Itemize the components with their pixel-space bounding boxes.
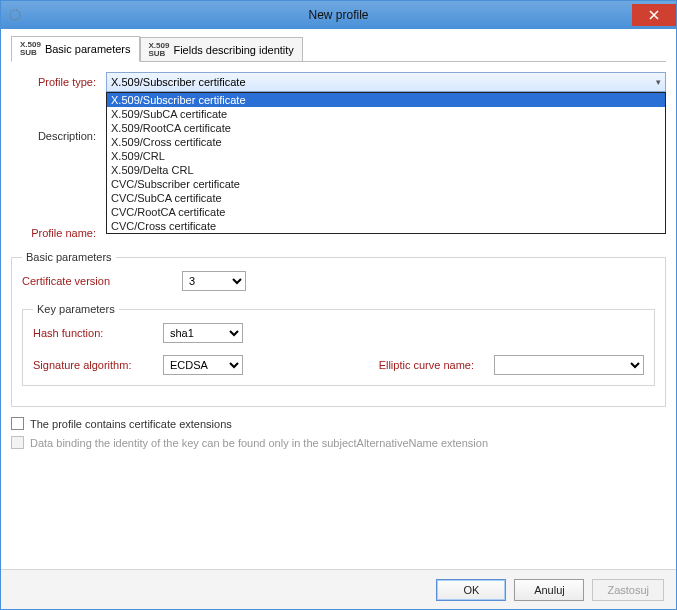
chevron-down-icon: ▾ <box>656 77 661 87</box>
close-button[interactable] <box>632 4 676 26</box>
profile-type-label: Profile type: <box>11 76 96 88</box>
dialog-footer: OK Anuluj Zastosuj <box>1 569 676 609</box>
profile-type-option[interactable]: CVC/SubCA certificate <box>107 191 665 205</box>
x509-icon: X.509SUB <box>149 42 170 58</box>
profile-type-select[interactable]: X.509/Subscriber certificate ▾ <box>106 72 666 92</box>
san-checkbox-label: Data binding the identity of the key can… <box>30 437 488 449</box>
profile-type-value: X.509/Subscriber certificate <box>111 76 246 88</box>
profile-type-option[interactable]: CVC/RootCA certificate <box>107 205 665 219</box>
ok-button[interactable]: OK <box>436 579 506 601</box>
key-parameters-group: Key parameters Hash function: sha1 Signa… <box>22 303 655 386</box>
tab-label: Basic parameters <box>45 43 131 55</box>
tab-bar: X.509SUB Basic parameters X.509SUB Field… <box>11 35 666 61</box>
window-title: New profile <box>1 8 676 22</box>
san-checkbox <box>11 436 24 449</box>
titlebar: New profile <box>1 1 676 29</box>
extensions-checkbox-row[interactable]: The profile contains certificate extensi… <box>11 417 666 430</box>
tab-fields-identity[interactable]: X.509SUB Fields describing identity <box>140 37 303 62</box>
svg-point-0 <box>10 10 20 20</box>
elliptic-curve-select[interactable] <box>494 355 644 375</box>
san-checkbox-row: Data binding the identity of the key can… <box>11 436 666 449</box>
tab-label: Fields describing identity <box>173 44 293 56</box>
signature-algorithm-select[interactable]: ECDSA <box>163 355 243 375</box>
tab-basic-parameters[interactable]: X.509SUB Basic parameters <box>11 36 140 62</box>
profile-type-option[interactable]: X.509/SubCA certificate <box>107 107 665 121</box>
profile-type-option[interactable]: CVC/Subscriber certificate <box>107 177 665 191</box>
profile-type-option[interactable]: CVC/Cross certificate <box>107 219 665 233</box>
cancel-button[interactable]: Anuluj <box>514 579 584 601</box>
apply-button: Zastosuj <box>592 579 664 601</box>
signature-algorithm-label: Signature algorithm: <box>33 359 163 371</box>
profile-type-dropdown[interactable]: X.509/Subscriber certificateX.509/SubCA … <box>106 92 666 234</box>
extensions-checkbox[interactable] <box>11 417 24 430</box>
profile-type-option[interactable]: X.509/Cross certificate <box>107 135 665 149</box>
elliptic-curve-label: Elliptic curve name: <box>379 359 474 371</box>
hash-function-label: Hash function: <box>33 327 163 339</box>
profile-name-label: Profile name: <box>11 227 96 239</box>
profile-type-option[interactable]: X.509/Subscriber certificate <box>107 93 665 107</box>
profile-type-option[interactable]: X.509/Delta CRL <box>107 163 665 177</box>
hash-function-select[interactable]: sha1 <box>163 323 243 343</box>
certificate-version-label: Certificate version <box>22 275 182 287</box>
extensions-checkbox-label: The profile contains certificate extensi… <box>30 418 232 430</box>
key-parameters-legend: Key parameters <box>33 303 119 315</box>
profile-type-option[interactable]: X.509/RootCA certificate <box>107 121 665 135</box>
basic-parameters-legend: Basic parameters <box>22 251 116 263</box>
app-icon <box>7 7 23 23</box>
x509-icon: X.509SUB <box>20 41 41 57</box>
basic-parameters-group: Basic parameters Certificate version 3 K… <box>11 251 666 407</box>
profile-type-option[interactable]: X.509/CRL <box>107 149 665 163</box>
description-label: Description: <box>11 130 96 142</box>
certificate-version-select[interactable]: 3 <box>182 271 246 291</box>
